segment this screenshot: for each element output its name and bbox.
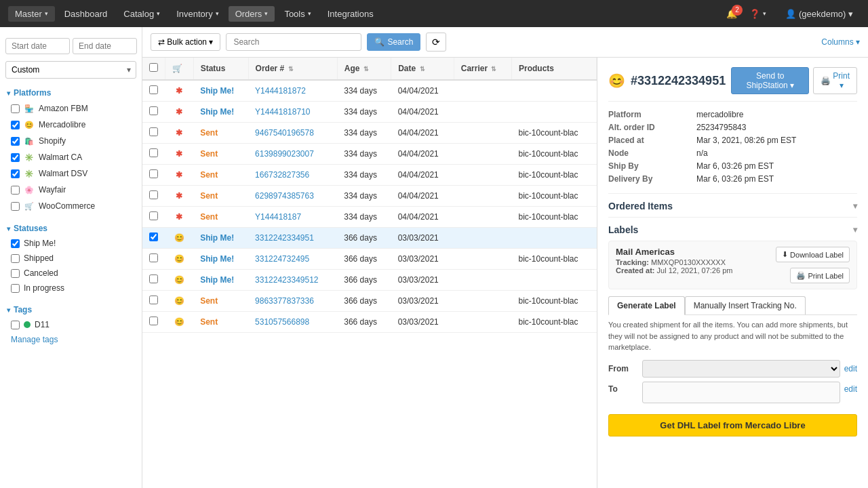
platform-amazon-checkbox[interactable] [11, 104, 20, 113]
status-in-progress-checkbox[interactable] [11, 284, 20, 293]
platform-shopify-checkbox[interactable] [11, 137, 20, 146]
header-date[interactable]: Date ⇅ [391, 58, 454, 80]
row-order-number[interactable]: 9863377837336 [248, 291, 337, 312]
platform-mercadolibre-checkbox[interactable] [11, 121, 20, 129]
row-order-number[interactable]: 331224732495 [248, 249, 337, 270]
tag-d11[interactable]: D11 [0, 317, 142, 332]
row-select-checkbox[interactable] [149, 211, 158, 220]
row-select-checkbox[interactable] [149, 317, 158, 325]
tag-d11-checkbox[interactable] [11, 321, 20, 329]
platform-wayfair-checkbox[interactable] [11, 186, 20, 195]
platform-walmart-ca-checkbox[interactable] [11, 153, 20, 162]
row-select-checkbox[interactable] [149, 148, 158, 157]
row-order-number[interactable]: 166732827356 [248, 165, 337, 186]
nav-inventory[interactable]: Inventory ▾ [170, 6, 225, 22]
search-button[interactable]: 🔍 Search [367, 33, 420, 51]
row-order-number[interactable]: 531057566898 [248, 312, 337, 333]
search-input[interactable] [226, 33, 361, 51]
start-date-input[interactable] [5, 38, 70, 54]
row-order-number[interactable]: 9467540196578 [248, 123, 337, 144]
refresh-button[interactable]: ⟳ [426, 33, 446, 52]
row-select-checkbox[interactable] [149, 232, 158, 241]
nav-orders[interactable]: Orders ▾ [229, 6, 275, 22]
header-order-number[interactable]: Order # ⇅ [248, 58, 337, 80]
row-order-number[interactable]: Y144418187 [248, 207, 337, 228]
row-select-checkbox[interactable] [149, 106, 158, 115]
walmart-ca-icon: ✳️ [24, 152, 35, 163]
platform-walmart-ca[interactable]: ✳️ Walmart CA [0, 149, 142, 165]
columns-button[interactable]: Columns ▾ [821, 37, 860, 47]
row-select-checkbox[interactable] [149, 85, 158, 94]
row-select-checkbox[interactable] [149, 296, 158, 304]
platform-woocommerce[interactable]: 🛒 WooCommerce [0, 198, 142, 214]
header-age[interactable]: Age ⇅ [337, 58, 391, 80]
print-button[interactable]: 🖨️ Print ▾ [813, 67, 857, 94]
row-select-checkbox[interactable] [149, 127, 158, 136]
row-select-checkbox[interactable] [149, 253, 158, 262]
row-order-number[interactable]: 33122423349512 [248, 270, 337, 291]
row-order-number[interactable]: 6298974385763 [248, 186, 337, 207]
row-select-checkbox[interactable] [149, 274, 158, 283]
labels-section-header[interactable]: Labels ▾ [608, 217, 857, 235]
manual-tracking-tab[interactable]: Manually Insert Tracking No. [685, 296, 806, 314]
status-ship-me[interactable]: Ship Me! [200, 275, 234, 285]
row-order-number[interactable]: Y14441818710 [248, 102, 337, 123]
select-all-checkbox[interactable] [149, 63, 158, 72]
download-label-button[interactable]: ⬇ Download Label [776, 247, 850, 262]
from-select[interactable] [642, 360, 840, 378]
ordered-items-section-header[interactable]: Ordered Items ▾ [608, 193, 857, 211]
row-order-number[interactable]: Y1444181872 [248, 80, 337, 102]
notification-bell[interactable]: 🔔 2 [726, 9, 737, 19]
row-date: 04/04/2021 [391, 207, 454, 228]
status-in-progress[interactable]: In progress [0, 281, 142, 296]
status-ship-me[interactable]: Ship Me! [200, 107, 234, 117]
nav-catalog[interactable]: Catalog ▾ [117, 6, 167, 22]
date-range-select[interactable]: Custom [5, 61, 136, 79]
platform-amazon[interactable]: 🏪 Amazon FBM [0, 100, 142, 117]
main-layout: Custom ▾ Platforms 🏪 Amazon FBM 😊 Mercad… [0, 27, 868, 488]
to-edit-link[interactable]: edit [844, 382, 857, 394]
nav-help[interactable]: ❓ ▾ [743, 6, 773, 22]
status-ship-me[interactable]: Ship Me! [200, 254, 234, 264]
statuses-header[interactable]: ▾ Statuses [0, 220, 142, 236]
row-order-number[interactable]: 6139899023007 [248, 144, 337, 165]
header-carrier[interactable]: Carrier ⇅ [454, 58, 511, 80]
status-shipped-checkbox[interactable] [11, 254, 20, 263]
row-date: 04/04/2021 [391, 102, 454, 123]
row-order-number[interactable]: 3312242334951 [248, 228, 337, 249]
statuses-section: ▾ Statuses Ship Me! Shipped Canceled In … [0, 220, 142, 296]
platform-mercadolibre[interactable]: 😊 Mercadolibre [0, 117, 142, 133]
status-ship-me[interactable]: Ship Me! [200, 86, 234, 96]
header-status[interactable]: Status [193, 58, 248, 80]
nav-integrations[interactable]: Integrations [321, 6, 380, 22]
platform-wayfair[interactable]: 🌸 Wayfair [0, 182, 142, 198]
row-checkbox [142, 165, 165, 186]
dhl-label-button[interactable]: Get DHL Label from Mercado Libre [608, 414, 857, 436]
status-shipped[interactable]: Shipped [0, 251, 142, 266]
status-ship-me[interactable]: Ship Me! [200, 233, 234, 243]
status-ship-me[interactable]: Ship Me! [0, 236, 142, 251]
row-select-checkbox[interactable] [149, 169, 158, 178]
row-select-checkbox[interactable] [149, 190, 158, 199]
manage-tags-link[interactable]: Manage tags [0, 332, 142, 347]
bulk-action-button[interactable]: ⇄ Bulk action ▾ [151, 33, 220, 51]
tags-header[interactable]: ▾ Tags [0, 301, 142, 317]
status-canceled[interactable]: Canceled [0, 266, 142, 281]
ship-station-button[interactable]: Send to ShipStation ▾ [731, 67, 809, 94]
platform-shopify[interactable]: 🛍️ Shopify [0, 133, 142, 149]
platform-woocommerce-checkbox[interactable] [11, 202, 20, 211]
nav-dashboard[interactable]: Dashboard [58, 6, 115, 22]
status-ship-me-checkbox[interactable] [11, 239, 20, 248]
end-date-input[interactable] [73, 38, 137, 54]
generate-label-tab[interactable]: Generate Label [608, 296, 685, 315]
nav-user[interactable]: 👤 (geekdemo) ▾ [778, 6, 860, 22]
platform-walmart-dsv-checkbox[interactable] [11, 169, 20, 178]
platforms-header[interactable]: ▾ Platforms [0, 84, 142, 100]
table-header-row: 🛒 Status Order # ⇅ Age ⇅ Date ⇅ Carrier … [142, 58, 597, 80]
print-label-button[interactable]: 🖨️ Print Label [790, 268, 850, 283]
from-edit-link[interactable]: edit [844, 364, 857, 373]
nav-tools[interactable]: Tools ▾ [277, 6, 317, 22]
platform-walmart-dsv[interactable]: ✳️ Walmart DSV [0, 165, 142, 182]
nav-master[interactable]: Master ▾ [8, 6, 55, 22]
status-canceled-checkbox[interactable] [11, 269, 20, 278]
